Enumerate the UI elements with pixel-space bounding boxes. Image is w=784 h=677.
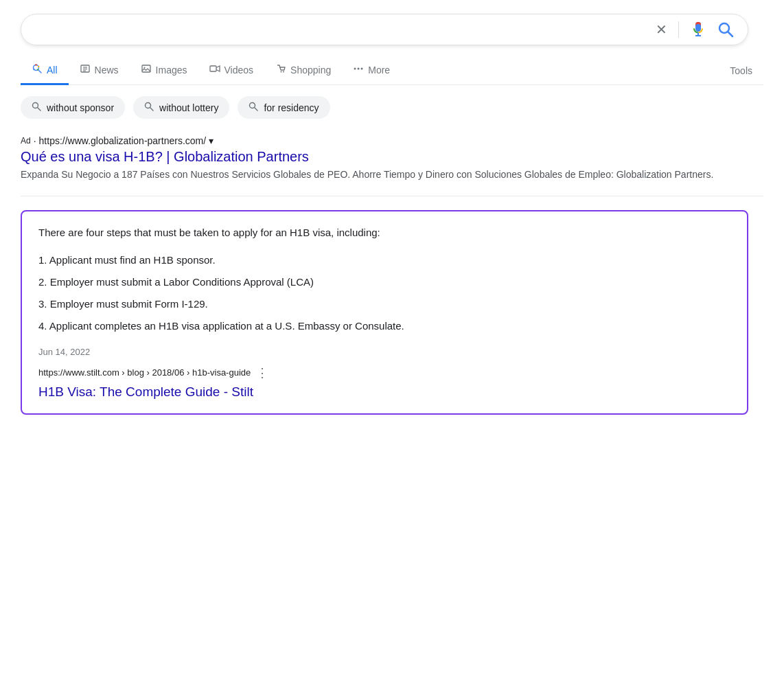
chip-search-icon-2 bbox=[144, 102, 154, 113]
svg-rect-16 bbox=[210, 66, 216, 71]
svg-point-24 bbox=[146, 103, 151, 108]
news-icon bbox=[80, 63, 91, 76]
section-divider bbox=[21, 196, 763, 196]
search-icons: ✕ bbox=[656, 21, 734, 38]
ad-url-text: https://www.globalization-partners.com/ bbox=[39, 135, 207, 146]
chip-search-icon-1 bbox=[32, 102, 41, 113]
featured-snippet: There are four steps that must be taken … bbox=[21, 210, 748, 415]
search-bar: How to get an H1B visa ✕ bbox=[21, 14, 748, 45]
tab-images-label: Images bbox=[156, 65, 187, 76]
tab-shopping-label: Shopping bbox=[290, 65, 331, 76]
ad-dropdown-icon[interactable]: ▾ bbox=[209, 135, 214, 146]
svg-point-6 bbox=[35, 64, 36, 65]
chip-without-sponsor-label: without sponsor bbox=[47, 102, 114, 113]
snippet-step-1: 1. Applicant must find an H1B sponsor. bbox=[38, 249, 730, 271]
ad-url-separator: · bbox=[34, 135, 36, 146]
svg-point-7 bbox=[38, 66, 39, 67]
svg-line-5 bbox=[38, 70, 41, 73]
shopping-icon bbox=[275, 63, 286, 76]
chip-for-residency[interactable]: for residency bbox=[238, 96, 330, 119]
snippet-step-4: 4. Applicant completes an H1B visa appli… bbox=[38, 315, 730, 337]
tab-news-label: News bbox=[95, 65, 119, 76]
svg-rect-14 bbox=[142, 65, 150, 72]
tab-all-label: All bbox=[47, 65, 58, 76]
snippet-step-2: 2. Employer must submit a Labor Conditio… bbox=[38, 271, 730, 293]
snippet-source-url: https://www.stilt.com › blog › 2018/06 ›… bbox=[38, 367, 251, 378]
nav-tabs: All News Images bbox=[21, 56, 763, 85]
svg-point-17 bbox=[281, 71, 282, 73]
snippet-more-options-icon[interactable]: ⋮ bbox=[256, 365, 268, 380]
snippet-date: Jun 14, 2022 bbox=[38, 347, 730, 357]
chip-without-sponsor[interactable]: without sponsor bbox=[21, 96, 125, 119]
videos-icon bbox=[209, 63, 220, 76]
tab-videos[interactable]: Videos bbox=[198, 56, 265, 85]
svg-point-20 bbox=[358, 68, 360, 70]
snippet-result-link[interactable]: H1B Visa: The Complete Guide - Stilt bbox=[38, 385, 253, 399]
tools-button[interactable]: Tools bbox=[719, 58, 763, 83]
svg-point-21 bbox=[361, 68, 363, 70]
svg-point-15 bbox=[143, 67, 145, 69]
chip-for-residency-label: for residency bbox=[264, 102, 319, 113]
more-dots-icon bbox=[353, 63, 364, 76]
tab-more[interactable]: More bbox=[342, 56, 401, 85]
tab-all[interactable]: All bbox=[21, 56, 69, 85]
suggestion-chips: without sponsor without lottery for resi… bbox=[21, 96, 763, 119]
search-input[interactable]: How to get an H1B visa bbox=[35, 23, 656, 37]
chip-search-icon-3 bbox=[249, 102, 258, 113]
svg-point-8 bbox=[37, 69, 38, 70]
chip-without-lottery[interactable]: without lottery bbox=[133, 96, 229, 119]
ad-section: Ad · https://www.globalization-partners.… bbox=[21, 135, 763, 182]
tab-news[interactable]: News bbox=[69, 56, 130, 85]
chip-without-lottery-label: without lottery bbox=[159, 102, 218, 113]
tab-videos-label: Videos bbox=[224, 65, 254, 76]
svg-point-19 bbox=[354, 68, 356, 70]
mic-icon[interactable] bbox=[690, 21, 706, 38]
divider bbox=[678, 21, 679, 38]
svg-line-23 bbox=[38, 108, 41, 111]
snippet-step-3: 3. Employer must submit Form I-129. bbox=[38, 293, 730, 315]
svg-line-25 bbox=[150, 108, 153, 111]
snippet-intro: There are four steps that must be taken … bbox=[38, 225, 730, 241]
svg-point-9 bbox=[33, 69, 34, 70]
svg-point-22 bbox=[33, 103, 38, 108]
svg-line-27 bbox=[255, 108, 257, 111]
svg-point-18 bbox=[283, 71, 284, 73]
images-icon bbox=[141, 63, 152, 76]
ad-url-line: Ad · https://www.globalization-partners.… bbox=[21, 135, 763, 146]
tab-shopping[interactable]: Shopping bbox=[264, 56, 342, 85]
svg-point-26 bbox=[250, 103, 255, 108]
ad-label: Ad bbox=[21, 136, 31, 146]
close-icon[interactable]: ✕ bbox=[656, 21, 667, 38]
ad-description: Expanda Su Negocio a 187 Países con Nues… bbox=[21, 168, 763, 182]
all-tab-icon bbox=[32, 63, 43, 76]
snippet-steps-list: 1. Applicant must find an H1B sponsor. 2… bbox=[38, 249, 730, 337]
svg-line-3 bbox=[728, 32, 733, 37]
tab-more-label: More bbox=[368, 65, 390, 76]
tab-images[interactable]: Images bbox=[130, 56, 198, 85]
search-button-icon[interactable] bbox=[717, 21, 734, 38]
ad-title-link[interactable]: Qué es una visa H-1B? | Globalization Pa… bbox=[21, 149, 309, 164]
snippet-source-line: https://www.stilt.com › blog › 2018/06 ›… bbox=[38, 365, 730, 380]
